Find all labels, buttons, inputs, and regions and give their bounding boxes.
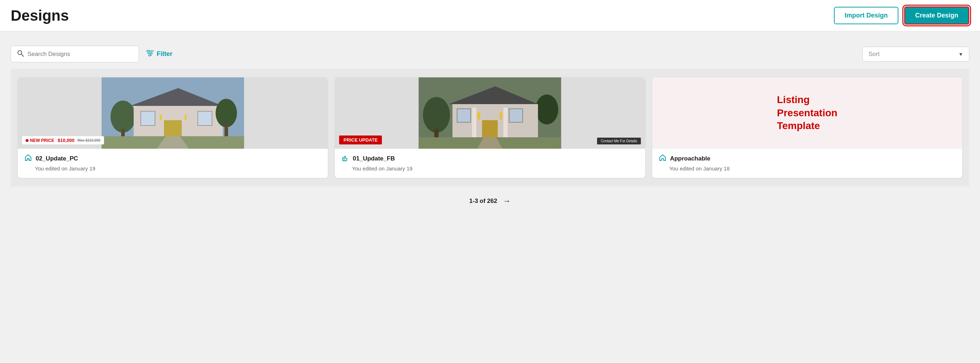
svg-point-24 — [423, 97, 450, 133]
card-date-2: You edited on January 19 — [341, 165, 638, 171]
filter-icon — [146, 50, 154, 58]
header-actions: Import Design Create Design — [834, 6, 969, 25]
sort-dropdown[interactable]: Sort ▼ — [862, 47, 969, 62]
pagination-next-arrow[interactable]: → — [503, 197, 511, 206]
svg-rect-29 — [472, 108, 476, 140]
card-date-3: You edited on January 18 — [659, 165, 956, 171]
design-card-2[interactable]: PRICE UPDATE Contact Me For Details 01_U… — [335, 77, 645, 178]
new-price-badge: NEW PRICE $10,000 Was $210,000 — [22, 136, 104, 144]
price-update-badge: PRICE UPDATE — [339, 136, 382, 144]
svg-rect-33 — [509, 109, 523, 122]
filter-label: Filter — [157, 50, 172, 58]
card-thumbnail-2: PRICE UPDATE Contact Me For Details — [335, 77, 645, 149]
card-name-row-3: Approachable — [659, 154, 956, 163]
card-info-3: Approachable You edited on January 18 — [652, 149, 962, 178]
card-name-row-2: 01_Update_FB — [341, 154, 638, 163]
page-header: Designs Import Design Create Design — [0, 0, 980, 31]
toolbar-left: Filter — [11, 46, 172, 62]
svg-rect-17 — [185, 115, 187, 120]
card-name-row-1: 02_Update_PC — [24, 154, 321, 163]
pagination: 1-3 of 262 → — [11, 197, 969, 213]
svg-point-26 — [535, 94, 558, 125]
search-icon — [17, 50, 24, 59]
card-info-2: 01_Update_FB You edited on January 19 — [335, 149, 645, 178]
svg-rect-35 — [500, 112, 502, 120]
svg-line-1 — [21, 54, 24, 56]
contact-badge: Contact Me For Details — [597, 138, 641, 144]
design-card-1[interactable]: NEW PRICE $10,000 Was $210,000 02_ — [18, 77, 328, 178]
card-thumbnail-1: NEW PRICE $10,000 Was $210,000 — [18, 77, 328, 149]
card-name-2: 01_Update_FB — [353, 155, 395, 162]
svg-rect-30 — [503, 108, 508, 140]
card-date-1: You edited on January 19 — [24, 165, 321, 171]
svg-rect-34 — [477, 112, 480, 120]
pagination-text: 1-3 of 262 — [469, 198, 497, 205]
new-price-label: NEW PRICE — [30, 138, 54, 143]
home-icon-1 — [24, 154, 32, 163]
svg-rect-14 — [141, 111, 155, 126]
page-title: Designs — [11, 7, 69, 24]
sort-label: Sort — [869, 51, 880, 58]
thumb-icon-2 — [341, 154, 349, 163]
sort-chevron-icon: ▼ — [958, 51, 963, 57]
svg-point-7 — [149, 54, 151, 56]
svg-point-18 — [216, 99, 237, 127]
search-input[interactable] — [27, 51, 133, 58]
toolbar: Filter Sort ▼ — [11, 38, 969, 69]
svg-rect-16 — [160, 115, 162, 120]
svg-rect-32 — [457, 109, 471, 122]
filter-button[interactable]: Filter — [146, 50, 172, 58]
was-price: Was $210,000 — [77, 138, 100, 142]
create-design-button[interactable]: Create Design — [904, 6, 969, 25]
card-name-1: 02_Update_PC — [36, 155, 78, 162]
card-info-1: 02_Update_PC You edited on January 19 — [18, 149, 328, 178]
svg-rect-22 — [27, 159, 29, 160]
cards-section: NEW PRICE $10,000 Was $210,000 02_ — [11, 69, 969, 187]
import-design-button[interactable]: Import Design — [834, 7, 899, 24]
listing-title-text: ListingPresentationTemplate — [777, 93, 837, 132]
svg-point-6 — [150, 53, 152, 54]
svg-rect-19 — [224, 124, 228, 138]
svg-point-5 — [148, 50, 150, 52]
design-card-3[interactable]: ListingPresentationTemplate Approachable… — [652, 77, 962, 178]
listing-thumbnail: ListingPresentationTemplate — [652, 77, 962, 149]
cards-grid: NEW PRICE $10,000 Was $210,000 02_ — [18, 77, 962, 178]
card-name-3: Approachable — [670, 155, 710, 162]
search-container — [11, 46, 139, 62]
card-thumbnail-3: ListingPresentationTemplate — [652, 77, 962, 149]
page-container: Designs Import Design Create Design — [0, 0, 980, 363]
svg-rect-15 — [198, 111, 212, 126]
home-icon-3 — [659, 154, 667, 163]
